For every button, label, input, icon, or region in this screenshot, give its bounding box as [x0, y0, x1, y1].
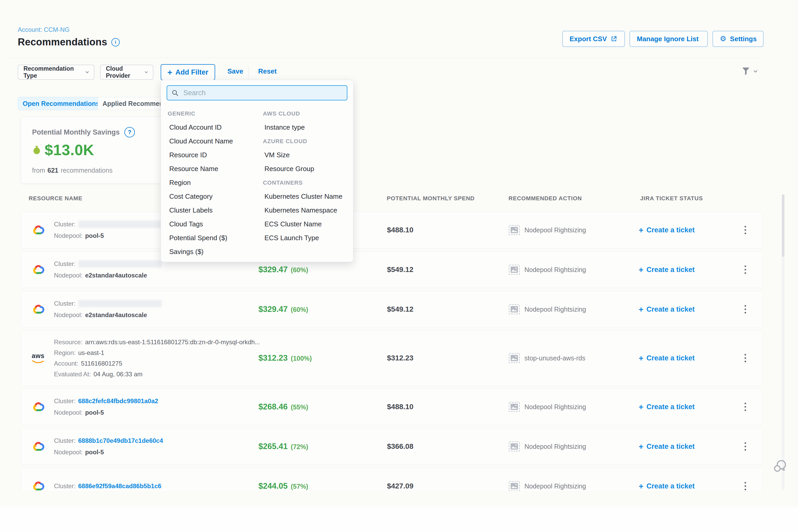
support-chat-icon[interactable] [773, 458, 787, 475]
filter-option-kubernetes-namespace[interactable]: Kubernetes Namespace [263, 204, 342, 217]
recommended-action-cell: Nodepool Rightsizing [509, 265, 586, 274]
recommendation-type-filter-chip[interactable]: Recommendation Type [18, 65, 94, 80]
header-divider [8, 58, 763, 58]
aws-logo-icon: aws [31, 353, 45, 363]
row-options-menu[interactable] [741, 351, 749, 365]
column-header-recommended-action: RECOMMENDED ACTION [509, 195, 582, 202]
filter-option-instance-type[interactable]: Instance type [263, 120, 342, 134]
add-filter-label: Add Filter [175, 68, 208, 76]
cluster-link[interactable]: 6886e92f59a48cad86b5b1c6 [78, 482, 162, 490]
filter-option-cloud-tags[interactable]: Cloud Tags [168, 217, 263, 231]
potential-monthly-savings-card: Potential Monthly Savings ? $13.0K from … [21, 117, 166, 184]
create-ticket-link[interactable]: + Create a ticket [639, 266, 695, 274]
cluster-link[interactable]: 688c2fefc84fbdc99801a0a2 [78, 397, 158, 405]
filter-option-resource-name[interactable]: Resource Name [168, 162, 263, 176]
export-csv-button[interactable]: Export CSV [562, 31, 625, 47]
field-value: 511616801275 [81, 360, 122, 367]
recommended-action-cell: Nodepool Rightsizing [509, 402, 586, 412]
plus-icon: + [639, 442, 643, 451]
field-value: us-east-1 [78, 349, 104, 357]
row-options-menu[interactable] [741, 479, 749, 491]
filter-option-vm-size[interactable]: VM Size [263, 148, 342, 162]
create-ticket-link[interactable]: + Create a ticket [639, 226, 695, 234]
cloud-provider-label: Cloud Provider [106, 65, 144, 79]
recommended-action-label: Nodepool Rightsizing [525, 403, 586, 411]
create-ticket-link[interactable]: + Create a ticket [639, 354, 695, 362]
resource-details: Cluster:Nodepool:e2standar4autoscale [54, 300, 162, 319]
plus-icon: + [167, 68, 172, 76]
gcp-logo-icon [31, 263, 45, 276]
row-options-menu[interactable] [741, 223, 749, 237]
cluster-link[interactable]: 6888b1c70e49db17c1de60c4 [78, 437, 163, 444]
savings-value: $265.41 [259, 442, 288, 451]
filter-option-region[interactable]: Region [168, 176, 263, 190]
filter-option-potential-spend[interactable]: Potential Spend ($) [168, 231, 263, 245]
dropdown-column-clouds: AWS CLOUDInstance typeAZURE CLOUDVM Size… [263, 107, 342, 259]
dropdown-search-box[interactable] [167, 85, 347, 100]
cloud-provider-filter-chip[interactable]: Cloud Provider [100, 65, 153, 80]
tab-applied-recommendations[interactable]: Applied Recommendations [97, 97, 160, 110]
filter-option-ecs-launch-type[interactable]: ECS Launch Type [263, 231, 342, 245]
field-label: Nodepool: [54, 232, 82, 240]
filter-option-resource-id[interactable]: Resource ID [168, 148, 263, 162]
savings-percent: (100%) [291, 355, 312, 362]
plus-icon: + [639, 403, 643, 411]
dropdown-search-input[interactable] [183, 89, 343, 97]
filter-option-savings[interactable]: Savings ($) [168, 245, 263, 259]
funnel-icon [741, 66, 750, 77]
filter-option-cost-category[interactable]: Cost Category [168, 190, 263, 204]
gear-icon: ⚙ [720, 35, 726, 42]
reset-filter-button[interactable]: Reset [258, 67, 277, 75]
filter-option-cluster-labels[interactable]: Cluster Labels [168, 204, 263, 217]
scrollbar-track[interactable] [782, 194, 784, 490]
filter-panel-toggle[interactable] [741, 66, 758, 77]
filter-option-kubernetes-cluster-name[interactable]: Kubernetes Cluster Name [263, 190, 342, 204]
savings-percent: (72%) [291, 443, 308, 451]
scrollbar-thumb[interactable] [782, 194, 784, 257]
add-filter-button[interactable]: + Add Filter [160, 64, 215, 80]
create-ticket-link[interactable]: + Create a ticket [639, 403, 695, 411]
field-value: e2standar4autoscale [85, 272, 147, 279]
row-options-menu[interactable] [741, 439, 749, 454]
table-row: Cluster:6886e92f59a48cad86b5b1c6 $244.05… [21, 468, 763, 491]
redacted-cluster-name [78, 300, 162, 307]
create-ticket-link[interactable]: + Create a ticket [639, 442, 695, 451]
help-icon[interactable]: ? [125, 127, 135, 137]
monthly-savings-cell: $268.46 (55%) [259, 402, 308, 412]
create-ticket-label: Create a ticket [646, 226, 695, 234]
row-options-menu[interactable] [741, 302, 749, 317]
create-ticket-label: Create a ticket [646, 305, 695, 314]
create-ticket-link[interactable]: + Create a ticket [639, 305, 695, 314]
savings-percent: (55%) [291, 403, 308, 411]
resource-details: Cluster:6888b1c70e49db17c1de60c4Nodepool… [54, 437, 163, 456]
filter-option-cloud-account-name[interactable]: Cloud Account Name [168, 134, 263, 148]
field-label: Nodepool: [54, 409, 82, 416]
field-value: e2standar4autoscale [85, 311, 147, 319]
tab-open-recommendations[interactable]: Open Recommendations [18, 97, 104, 110]
page-bottom-margin [0, 507, 798, 532]
save-filter-button[interactable]: Save [227, 67, 243, 75]
account-breadcrumb-link[interactable]: Account: CCM-NG [18, 26, 70, 33]
create-ticket-link[interactable]: + Create a ticket [639, 482, 695, 490]
resource-details: Cluster:6886e92f59a48cad86b5b1c6 [54, 482, 162, 490]
row-options-menu[interactable] [741, 400, 749, 414]
filter-option-cloud-account-id[interactable]: Cloud Account ID [168, 120, 263, 134]
page-title-row: Recommendations i [18, 37, 120, 48]
recommended-action-cell: Nodepool Rightsizing [509, 304, 586, 314]
add-filter-dropdown: GENERICCloud Account IDCloud Account Nam… [160, 80, 353, 262]
savings-value: $244.05 [259, 481, 288, 491]
create-ticket-label: Create a ticket [646, 403, 695, 411]
row-options-menu[interactable] [741, 262, 749, 277]
field-label: Cluster: [54, 300, 76, 307]
filter-option-resource-group[interactable]: Resource Group [263, 162, 342, 176]
settings-button[interactable]: ⚙ Settings [712, 31, 764, 47]
create-ticket-label: Create a ticket [646, 266, 695, 274]
broken-image-icon [509, 225, 520, 235]
filter-section-generic: GENERIC [168, 107, 263, 120]
filter-option-ecs-cluster-name[interactable]: ECS Cluster Name [263, 217, 342, 231]
info-icon[interactable]: i [111, 38, 120, 46]
manage-ignore-list-button[interactable]: Manage Ignore List [629, 31, 708, 47]
savings-percent: (57%) [291, 483, 308, 490]
field-value: pool-5 [85, 409, 104, 416]
broken-image-icon [509, 481, 520, 491]
